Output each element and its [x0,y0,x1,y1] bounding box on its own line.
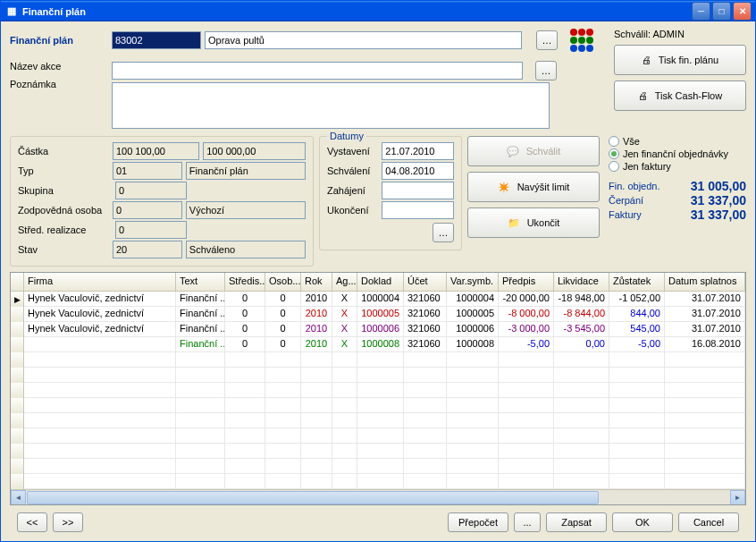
typ-code-field: 01 [113,162,182,180]
ok-button[interactable]: OK [612,512,673,532]
schvaleni-input[interactable]: 04.08.2010 [382,162,454,180]
grid-header[interactable]: Doklad [357,273,404,291]
navysit-button[interactable]: ✴️Navýšit limit [467,172,600,202]
more-button[interactable]: ... [514,512,541,532]
grid-header[interactable]: Středis... [225,273,265,291]
grid-header[interactable]: Zůstatek [609,273,665,291]
increase-icon: ✴️ [498,182,510,193]
folder-icon: 📁 [508,217,520,229]
scroll-right-button[interactable]: ► [730,490,745,505]
table-row[interactable] [11,413,745,428]
filter-faktury-radio[interactable]: Jen faktury [609,161,746,172]
sum-obj-label: Fin. objedn. [609,181,671,191]
row-marker [11,337,24,352]
stav-name-field: Schváleno [186,241,306,258]
nazev-lookup-button[interactable]: … [535,61,557,80]
grid-header[interactable]: Účet [404,273,447,291]
grid-header[interactable]: Předpis [499,273,554,291]
table-row[interactable]: ▶Hynek Vaculovič, zednictvíFinanční ...0… [11,292,745,307]
filter-objednavky-radio[interactable]: Jen finanční objednávky [609,148,746,159]
titlebar: ▦ Finanční plán ─ □ ✕ [1,1,755,21]
prepocet-button[interactable]: Přepočet [448,512,508,532]
table-row[interactable]: Hynek Vaculovič, zednictvíFinanční ...00… [11,307,745,322]
stav-code-field: 20 [113,241,182,258]
row-marker [11,474,24,489]
scroll-thumb[interactable] [27,491,599,504]
plan-name-input[interactable]: Oprava pultů [205,31,522,49]
grid-header[interactable]: Likvidace [554,273,609,291]
stred-field: 0 [115,221,187,239]
filter-vse-radio[interactable]: Vše [609,136,746,147]
skupina-label: Skupina [18,185,112,196]
table-row[interactable] [11,459,745,474]
zahajeni-label: Zahájení [327,185,378,196]
poznamka-textarea[interactable] [112,82,550,129]
row-marker [11,368,24,383]
prev-button[interactable]: << [17,512,47,532]
schvalit-button[interactable]: 💬Schválit [467,136,600,166]
approved-by-label: Schválil: ADMIN [614,29,746,39]
row-marker [11,459,24,474]
maximize-button[interactable]: □ [712,2,731,21]
castka-label: Částka [18,146,109,157]
app-icon: ▦ [4,4,19,19]
print-plan-button[interactable]: 🖨Tisk fin. plánu [614,45,746,75]
sum-fakt-label: Faktury [609,209,671,220]
table-row[interactable] [11,383,745,398]
ukonceni-label: Ukončení [327,205,378,216]
close-button[interactable]: ✕ [733,2,752,21]
table-row[interactable] [11,352,745,368]
sum-fakt-value: 31 337,00 [675,207,746,222]
next-button[interactable]: >> [53,512,83,532]
grid-header[interactable]: Datum splatnos [665,273,745,291]
grid-header[interactable]: Ag... [332,273,357,291]
vystaveni-input[interactable]: 21.07.2010 [382,142,454,160]
ukoncit-button[interactable]: 📁Ukončit [467,207,600,238]
castka1-field: 100 100,00 [113,142,199,160]
table-row[interactable] [11,474,745,489]
plan-lookup-button[interactable]: … [536,30,558,50]
grid-header[interactable]: Osob... [265,273,301,291]
table-row[interactable] [11,368,745,383]
typ-name-field: Finanční plán [186,162,306,180]
grid-header[interactable]: Var.symb. [447,273,499,291]
table-row[interactable] [11,428,745,444]
schvaleni-label: Schválení [327,165,378,176]
grid-header[interactable]: Text [176,273,225,291]
dates-more-button[interactable]: … [433,223,454,242]
window-title: Finanční plán [22,6,692,17]
minimize-button[interactable]: ─ [692,2,710,21]
sum-cerp-value: 31 337,00 [675,193,746,207]
window: ▦ Finanční plán ─ □ ✕ Finanční plán 8300… [0,0,756,542]
grid-header[interactable]: Rok [301,273,332,291]
table-row[interactable]: Hynek Vaculovič, zednictvíFinanční ...00… [11,322,745,337]
grid-scrollbar[interactable]: ◄ ► [11,489,745,504]
typ-label: Typ [18,165,109,176]
print-cashflow-button[interactable]: 🖨Tisk Cash-Flow [614,80,746,111]
row-marker: ▶ [11,292,24,307]
zapsat-button[interactable]: Zapsat [546,512,607,532]
skupina-field: 0 [115,182,187,199]
table-row[interactable] [11,398,745,413]
zodp-code-field: 0 [113,201,182,219]
cancel-button[interactable]: Cancel [678,512,739,532]
plan-code-input[interactable]: 83002 [112,31,201,49]
row-marker [11,428,24,444]
sum-obj-value: 31 005,00 [675,179,746,193]
table-row[interactable] [11,444,745,459]
ukonceni-input[interactable] [382,201,454,219]
nazev-akce-input[interactable] [112,62,523,80]
color-legend-icon [570,29,597,52]
printer-icon: 🖨 [642,55,651,65]
poznamka-label: Poznámka [10,79,108,89]
data-grid[interactable]: FirmaTextStředis...Osob...RokAg...Doklad… [10,272,746,505]
dates-group-title: Datumy [327,131,366,141]
scroll-left-button[interactable]: ◄ [11,490,26,505]
zahajeni-input[interactable] [382,182,454,199]
table-row[interactable]: Finanční ...002010X10000083210601000008-… [11,337,745,352]
grid-header[interactable]: Firma [24,273,176,291]
zodp-name-field: Výchozí [186,201,306,219]
row-marker [11,383,24,398]
row-marker [11,307,24,322]
row-marker [11,322,24,337]
